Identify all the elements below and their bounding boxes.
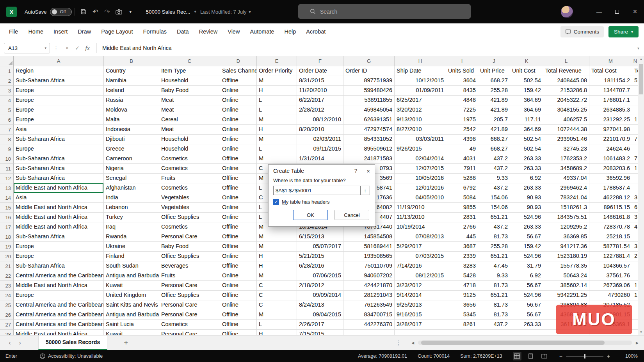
cell-D2[interactable]: Offline	[220, 76, 257, 86]
sum-value[interactable]: Sum: 2.76209E+13	[460, 353, 502, 359]
cell-M9[interactable]: 24624.46	[589, 144, 632, 154]
cell-N5[interactable]	[632, 105, 638, 115]
cell-H5[interactable]: 3/20/2012	[395, 105, 446, 115]
cell-B12[interactable]: Senegal	[104, 174, 159, 183]
cell-L23[interactable]: 385602.14	[543, 281, 589, 291]
cell-L1[interactable]: Total Revenue	[543, 66, 589, 76]
cell-K2[interactable]: 502.54	[510, 76, 543, 86]
cell-L3[interactable]: 2153286.8	[543, 86, 589, 96]
cell-A20[interactable]: Europe	[14, 252, 104, 261]
cell-I6[interactable]: 1975	[446, 115, 478, 125]
row-header-12[interactable]: 12	[0, 174, 14, 183]
cell-H22[interactable]: 08/12/2015	[395, 271, 446, 281]
cell-L19[interactable]: 941217.36	[543, 242, 589, 252]
scroll-left-icon[interactable]: ◀	[411, 341, 414, 345]
row-header-24[interactable]: 24	[0, 291, 14, 300]
cell-H8[interactable]: 03/03/2011	[395, 135, 446, 144]
cell-G23[interactable]: 424421870	[343, 281, 395, 291]
cell-N3[interactable]	[632, 86, 638, 96]
cell-M17[interactable]: 728370.78	[589, 222, 632, 232]
cell-C12[interactable]: Fruits	[159, 174, 220, 183]
cell-M6[interactable]: 231292.25	[589, 115, 632, 125]
cell-C2[interactable]: Household	[159, 76, 220, 86]
cell-I25[interactable]: 3656	[446, 300, 478, 310]
cell-M3[interactable]: 1344707.7	[589, 86, 632, 96]
cell-I3[interactable]: 8435	[446, 86, 478, 96]
cell-A1[interactable]: Region	[14, 66, 104, 76]
cell-C25[interactable]: Personal Care	[159, 300, 220, 310]
cell-D19[interactable]: Offline	[220, 242, 257, 252]
cell-F4[interactable]: 6/22/2017	[297, 96, 343, 105]
cell-M19[interactable]: 587781.54	[589, 242, 632, 252]
cell-C1[interactable]: Item Type	[159, 66, 220, 76]
column-header-H[interactable]: H	[395, 56, 446, 66]
cell-I23[interactable]: 4718	[446, 281, 478, 291]
cell-A21[interactable]: Sub-Saharan Africa	[14, 261, 104, 271]
cell-A12[interactable]: Sub-Saharan Africa	[14, 174, 104, 183]
cell-G6[interactable]: 626391351	[343, 115, 395, 125]
cell-C15[interactable]: Vegetables	[159, 203, 220, 213]
cell-M10[interactable]: 1061483.2	[589, 154, 632, 164]
cell-H2[interactable]: 10/12/2015	[395, 76, 446, 86]
cell-A3[interactable]: Europe	[14, 86, 104, 96]
document-title[interactable]: 50000 Sales Rec...	[146, 9, 190, 15]
average-value[interactable]: Average: 70908192.01	[358, 353, 407, 359]
cell-L11[interactable]: 3458689.2	[543, 164, 589, 174]
cell-J1[interactable]: Unit Price	[478, 66, 510, 76]
cell-D6[interactable]: Online	[220, 115, 257, 125]
column-header-A[interactable]: A	[14, 56, 104, 66]
cell-I17[interactable]: 2766	[446, 222, 478, 232]
row-header-7[interactable]: 7	[0, 125, 14, 135]
cell-D22[interactable]: Online	[220, 271, 257, 281]
drag-handle-icon[interactable]: ⋮	[53, 45, 59, 51]
cell-F27[interactable]: 2/26/2017	[297, 320, 343, 330]
row-header-16[interactable]: 16	[0, 213, 14, 222]
last-modified-label[interactable]: Last Modified: 7 July	[200, 9, 247, 15]
vertical-scrollbar[interactable]: ▲ ▼	[638, 56, 644, 335]
cell-D9[interactable]: Online	[220, 144, 257, 154]
cell-F20[interactable]: 5/21/2015	[297, 252, 343, 261]
cell-C16[interactable]: Office Supplies	[159, 213, 220, 222]
cell-I27[interactable]: 8261	[446, 320, 478, 330]
cell-J11[interactable]: 437.2	[478, 164, 510, 174]
cell-I4[interactable]: 4848	[446, 96, 478, 105]
scroll-right-icon[interactable]: ▶	[636, 341, 639, 345]
cell-L7[interactable]: 1072444.38	[543, 125, 589, 135]
cell-I10[interactable]: 4031	[446, 154, 478, 164]
cell-H10[interactable]: 02/04/2014	[395, 154, 446, 164]
cell-M1[interactable]: Total Cost	[589, 66, 632, 76]
cell-J10[interactable]: 437.2	[478, 154, 510, 164]
cell-K27[interactable]: 263.33	[510, 320, 543, 330]
cell-G10[interactable]: 241871583	[343, 154, 395, 164]
cell-J15[interactable]: 154.06	[478, 203, 510, 213]
expand-formula-bar-icon[interactable]: ▾	[637, 46, 639, 50]
formula-input[interactable]: Middle East and North Africa	[102, 45, 171, 51]
quick-access-more-button[interactable]: ▾	[125, 6, 136, 18]
cell-F10[interactable]: 1/31/2014	[297, 154, 343, 164]
cell-H19[interactable]: 5/29/2017	[395, 242, 446, 252]
menu-view[interactable]: View	[222, 23, 245, 40]
sheet-nav-right-button[interactable]: ›	[15, 339, 25, 347]
column-header-M[interactable]: M	[589, 56, 632, 66]
row-header-27[interactable]: 27	[0, 320, 14, 330]
scroll-down-icon[interactable]: ▼	[638, 330, 644, 334]
cell-E20[interactable]: H	[257, 252, 297, 261]
column-header-J[interactable]: J	[478, 56, 510, 66]
cell-E6[interactable]: M	[257, 115, 297, 125]
cell-N4[interactable]	[632, 96, 638, 105]
cell-M20[interactable]: 1227881.4	[589, 252, 632, 261]
cell-C21[interactable]: Beverages	[159, 261, 220, 271]
cell-B1[interactable]: Country	[104, 66, 159, 76]
cell-I15[interactable]: 9855	[446, 203, 478, 213]
cell-J21[interactable]: 47.45	[478, 261, 510, 271]
cell-E10[interactable]: M	[257, 154, 297, 164]
cell-K15[interactable]: 90.93	[510, 203, 543, 213]
cell-D28[interactable]: Offline	[220, 330, 257, 335]
cell-B13[interactable]: Afghanistan	[104, 183, 159, 193]
cell-F18[interactable]: 6/15/2013	[297, 232, 343, 242]
cell-L16[interactable]: 1843575.51	[543, 213, 589, 222]
cell-C23[interactable]: Personal Care	[159, 281, 220, 291]
cell-G18[interactable]: 145854508	[343, 232, 395, 242]
cell-E2[interactable]: M	[257, 76, 297, 86]
cell-N25[interactable]	[632, 300, 638, 310]
